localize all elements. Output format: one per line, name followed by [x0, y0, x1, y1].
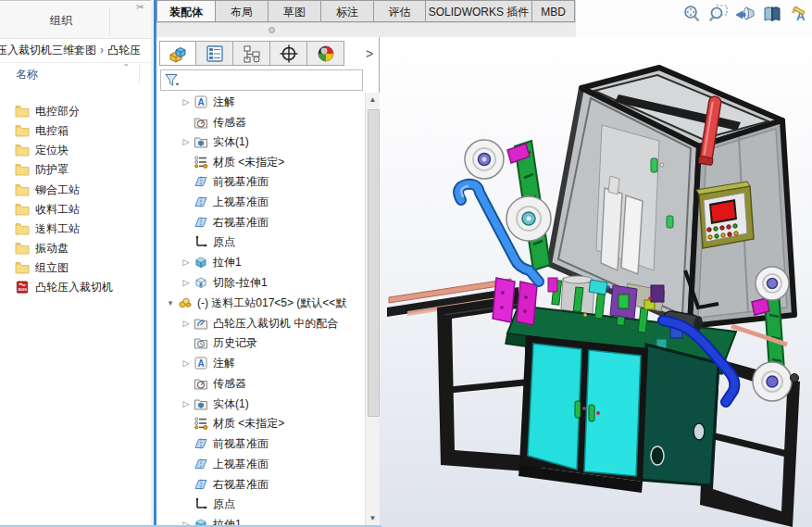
file-row[interactable]: 电控箱	[0, 121, 151, 140]
file-row[interactable]: 凸轮压入裁切机	[0, 278, 151, 296]
folder-icon	[15, 261, 30, 274]
reel[interactable]	[465, 140, 504, 179]
tree-item[interactable]: 历史记录	[156, 333, 390, 352]
control-panel[interactable]	[696, 182, 754, 248]
tree-item[interactable]: ▷凸轮压入裁切机 中的配合	[156, 314, 390, 333]
sensors-icon	[194, 115, 208, 130]
cabinet-door-left[interactable]	[528, 344, 581, 470]
mates-icon	[194, 316, 208, 331]
tree-item[interactable]: 传感器	[156, 113, 390, 132]
tree-item[interactable]: ▷注解	[156, 93, 390, 111]
breadcrumb-segment[interactable]: 凸轮压	[107, 44, 141, 56]
reel[interactable]	[506, 196, 551, 241]
file-row[interactable]: 电控部分	[0, 102, 151, 120]
scroll-down-icon[interactable]: ▼	[366, 511, 380, 525]
file-row[interactable]: 铆合工站	[0, 181, 151, 199]
filter-funnel-icon[interactable]	[164, 72, 181, 89]
tab-configurationmanager[interactable]	[233, 41, 270, 66]
section-view-icon[interactable]	[761, 3, 783, 25]
plane-icon	[194, 215, 208, 230]
assembly-component-icon	[178, 295, 193, 310]
tab-solidworks-addins[interactable]: SOLIDWORKS 插件	[426, 0, 532, 22]
zoom-to-area-icon[interactable]	[707, 3, 730, 25]
app-window: 2020 A	[0, 0, 812, 527]
dimxpert-icon	[279, 44, 299, 64]
commandmanager-tab-bar: 装配体 布局 草图 标注 评估 SOLIDWORKS 插件 MBD	[156, 0, 576, 23]
commandmanager-collapsed-strip	[156, 23, 576, 38]
tree-item[interactable]: ▷切除-拉伸1	[156, 273, 390, 292]
ribbon-collapsed-dot-icon	[269, 27, 275, 33]
reel[interactable]	[756, 267, 789, 300]
file-row[interactable]: 组立图	[0, 258, 151, 277]
file-row[interactable]: 收料工站	[0, 200, 151, 219]
tree-filter-input[interactable]	[160, 69, 363, 91]
cabinet[interactable]	[518, 335, 718, 493]
dynamic-annotation-views-icon[interactable]	[788, 3, 810, 25]
breadcrumb-segment[interactable]: 压入裁切机三维套图	[0, 44, 96, 56]
folder-icon	[15, 144, 30, 157]
tree-item[interactable]: ▷注解	[156, 354, 390, 372]
tree-item[interactable]: 前视基准面	[156, 434, 390, 453]
tree-item[interactable]: 前视基准面	[156, 172, 390, 191]
viewport-3d-model[interactable]	[380, 37, 812, 527]
tab-dimxpertmanager[interactable]	[270, 41, 307, 66]
organize-menu[interactable]: 组织	[33, 13, 89, 29]
headsup-view-toolbar	[681, 3, 812, 27]
folder-icon	[15, 203, 30, 216]
expand-arrow-icon[interactable]: ▷	[181, 358, 192, 368]
green-latch	[667, 216, 673, 228]
tree-item[interactable]: 材质 <未指定>	[156, 414, 390, 433]
cut-extrude-icon	[194, 275, 208, 290]
zoom-to-fit-icon[interactable]	[681, 3, 703, 25]
tree-item[interactable]: 传感器	[156, 374, 390, 393]
scroll-up-icon[interactable]: ▲	[366, 93, 380, 107]
tab-displaymanager[interactable]	[307, 41, 344, 66]
solid-bodies-icon	[194, 134, 208, 149]
tab-propertymanager[interactable]	[196, 41, 233, 66]
tab-featuremanager-design-tree[interactable]	[159, 41, 196, 66]
expand-arrow-icon[interactable]: ▷	[181, 399, 192, 408]
tree-item-component[interactable]: ▾(-) 送料工站017<5> (默认<<默	[156, 294, 374, 312]
breadcrumb: 压入裁切机三维套图›凸轮压	[0, 39, 151, 63]
scroll-thumb[interactable]	[368, 109, 380, 417]
tab-sketch[interactable]: 草图	[269, 0, 321, 22]
tree-item[interactable]: 右视基准面	[156, 475, 390, 494]
file-row[interactable]: 定位块	[0, 141, 151, 159]
tab-annotate[interactable]: 标注	[321, 0, 374, 22]
collapse-arrow-icon[interactable]: ▾	[165, 298, 176, 307]
explorer-toolbar: 组织 ✂	[0, 2, 151, 39]
tree-item[interactable]: 上视基准面	[156, 193, 390, 211]
folder-icon	[15, 163, 30, 176]
file-row[interactable]: 送料工站	[0, 220, 151, 238]
tab-evaluate[interactable]: 评估	[374, 0, 426, 22]
plane-icon	[194, 457, 208, 471]
tab-assembly[interactable]: 装配体	[156, 0, 216, 22]
expand-arrow-icon[interactable]: ▷	[181, 137, 192, 146]
expand-arrow-icon[interactable]: ▷	[181, 257, 192, 267]
panel-overflow-button[interactable]: >	[361, 43, 378, 65]
tree-item[interactable]: 上视基准面	[156, 455, 390, 473]
tree-item[interactable]: ▷实体(1)	[156, 395, 390, 413]
tab-mbd[interactable]: MBD	[532, 0, 575, 22]
tree-item[interactable]: 材质 <未指定>	[156, 153, 390, 171]
tree-item[interactable]: 原点	[156, 232, 390, 251]
tree-scrollbar[interactable]: ▲ ▼	[365, 93, 380, 525]
file-explorer-panel: 组织 ✂ 压入裁切机三维套图›凸轮压 名称 ⌃ 电控部分 电控箱 定位块 防护罩…	[0, 0, 151, 527]
configurationmanager-icon	[242, 44, 262, 64]
tree-item[interactable]: ▷实体(1)	[156, 132, 390, 151]
tree-item[interactable]: 右视基准面	[156, 213, 390, 232]
green-latch	[651, 158, 657, 172]
plane-icon	[194, 477, 208, 492]
magenta-clamp	[548, 278, 557, 292]
tree-item[interactable]: 原点	[156, 495, 390, 513]
file-row[interactable]: 振动盘	[0, 239, 151, 257]
tab-layout[interactable]: 布局	[216, 0, 269, 22]
expand-arrow-icon[interactable]: ▷	[181, 319, 192, 328]
expand-arrow-icon[interactable]: ▷	[181, 97, 192, 107]
file-row[interactable]: 防护罩	[0, 160, 151, 179]
previous-view-icon[interactable]	[734, 3, 756, 25]
expand-arrow-icon[interactable]: ▷	[181, 278, 192, 287]
origin-icon	[194, 496, 208, 511]
sort-ascending-icon[interactable]: ⌃	[122, 62, 130, 72]
tree-item[interactable]: ▷拉伸1	[156, 253, 390, 271]
